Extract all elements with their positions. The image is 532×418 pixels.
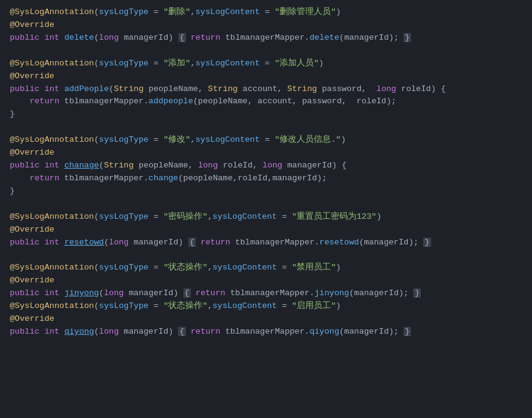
code-line-6: @Override bbox=[10, 70, 522, 83]
code-line-23: public int jinyong(long managerId) { ret… bbox=[10, 287, 522, 300]
code-line-7: public int addPeople(String peopleName, … bbox=[10, 83, 522, 96]
code-line-21: @SysLogAnnotation(sysLogType = "状态操作",sy… bbox=[10, 262, 522, 274]
code-line-5: @SysLogAnnotation(sysLogType = "添加",sysL… bbox=[10, 57, 522, 70]
code-line-18: @Override bbox=[10, 224, 522, 237]
code-line-25: @Override bbox=[10, 313, 522, 326]
code-line-19: public int resetowd(long managerId) { re… bbox=[10, 237, 522, 249]
blank-line-20 bbox=[10, 249, 522, 262]
code-line-12: @Override bbox=[10, 147, 522, 160]
code-editor: @SysLogAnnotation(sysLogType = "删除",sysL… bbox=[0, 0, 532, 418]
code-line-15: } bbox=[10, 185, 522, 198]
code-line-2: @Override bbox=[10, 19, 522, 32]
code-line-22: @Override bbox=[10, 274, 522, 287]
code-line-13: public int chanage(String peopleName, lo… bbox=[10, 160, 522, 172]
code-line-26: public int qiyong(long managerId) { retu… bbox=[10, 326, 522, 339]
code-line-17: @SysLogAnnotation(sysLogType = "密码操作",sy… bbox=[10, 211, 522, 224]
blank-line-10 bbox=[10, 121, 522, 134]
code-line-14: return tblmanagerMapper.change(peopleNam… bbox=[10, 172, 522, 185]
code-line-9: } bbox=[10, 108, 522, 121]
code-line-3: public int delete(long managerId) { retu… bbox=[10, 32, 522, 45]
code-line-8: return tblmanagerMapper.addpeople(people… bbox=[10, 95, 522, 108]
code-line-24: @SysLogAnnotation(sysLogType = "状态操作",sy… bbox=[10, 300, 522, 313]
blank-line-16 bbox=[10, 198, 522, 211]
code-line-11: @SysLogAnnotation(sysLogType = "修改",sysL… bbox=[10, 134, 522, 147]
blank-line-4 bbox=[10, 45, 522, 57]
code-line-1: @SysLogAnnotation(sysLogType = "删除",sysL… bbox=[10, 6, 522, 19]
